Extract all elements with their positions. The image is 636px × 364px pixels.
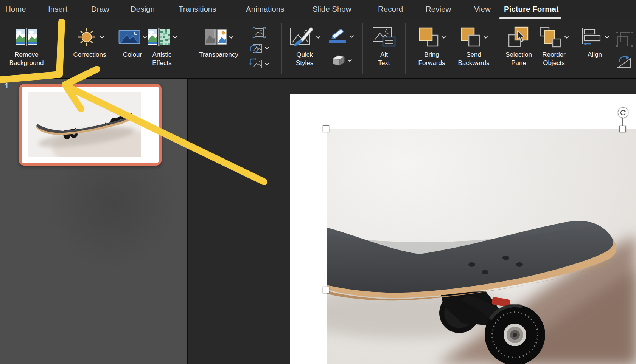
flip-picture-icon <box>249 58 263 70</box>
transparency-button[interactable]: Transparency <box>188 23 249 76</box>
menu-picture-format[interactable]: Picture Format <box>504 5 559 14</box>
quick-styles-label: Quick Styles <box>296 51 313 67</box>
chevron-down-icon[interactable] <box>229 36 233 39</box>
menu-animations[interactable]: Animations <box>246 5 284 14</box>
chevron-down-icon[interactable] <box>350 35 354 38</box>
menu-bar: Home Insert Draw Design Transitions Anim… <box>0 0 636 20</box>
selection-cursor-icon <box>508 23 530 51</box>
send-backwards-button[interactable]: Send Backwards <box>450 23 497 76</box>
rotate-objects-icon <box>616 54 633 69</box>
slide-canvas <box>188 79 636 364</box>
menu-draw[interactable]: Draw <box>91 5 109 14</box>
picture-selection-border-top <box>327 129 636 129</box>
bring-forwards-icon <box>418 26 439 48</box>
chevron-down-icon[interactable] <box>442 36 446 39</box>
picture-selection-border-left <box>327 129 327 364</box>
skateboard-picture[interactable] <box>327 129 636 364</box>
rotate-objects-button[interactable] <box>613 54 636 69</box>
artistic-effects-button[interactable]: Artistic Effects <box>142 23 182 76</box>
group-objects-button[interactable] <box>613 32 636 47</box>
send-backwards-label: Send Backwards <box>458 51 489 67</box>
bring-forwards-label: Bring Forwards <box>418 51 445 67</box>
alt-text-label: Alt Text <box>378 51 390 67</box>
flip-picture-button[interactable] <box>244 56 274 71</box>
menu-review[interactable]: Review <box>426 5 451 14</box>
transparency-label: Transparency <box>199 51 238 59</box>
alt-text-button[interactable]: Alt Text <box>366 23 402 76</box>
thumbnail-skateboard-photo <box>28 92 141 157</box>
reorder-objects-label: Reorder Objects <box>542 51 565 67</box>
slide-1-thumbnail[interactable] <box>19 84 162 166</box>
slide-thumbnail-pane: 1 <box>0 79 187 364</box>
quick-styles-button[interactable]: Quick Styles <box>285 23 325 76</box>
ribbon-picture-format: Remove Background <box>0 20 636 78</box>
resize-handle-top-center[interactable] <box>619 126 626 132</box>
menu-view[interactable]: View <box>474 5 491 14</box>
resize-picture-button[interactable] <box>244 25 274 40</box>
menu-slide-show[interactable]: Slide Show <box>313 5 351 14</box>
menu-record[interactable]: Record <box>378 5 403 14</box>
powerpoint-window: Home Insert Draw Design Transitions Anim… <box>0 0 636 364</box>
transparency-icon <box>204 28 227 46</box>
align-button[interactable]: Align <box>574 23 615 76</box>
reset-picture-icon <box>249 42 263 54</box>
alt-text-icon <box>372 23 396 51</box>
chevron-down-icon[interactable] <box>265 47 269 50</box>
bring-forwards-button[interactable]: Bring Forwards <box>411 23 453 76</box>
sun-icon <box>76 27 98 47</box>
ribbon-divider <box>405 23 406 74</box>
picture-brush-icon <box>289 26 314 48</box>
active-tab-underline <box>499 17 561 19</box>
chevron-down-icon[interactable] <box>348 59 352 62</box>
artistic-effects-icon <box>147 28 171 46</box>
bevel-3d-icon <box>330 54 346 67</box>
menu-insert[interactable]: Insert <box>48 5 67 14</box>
chevron-down-icon[interactable] <box>605 36 609 39</box>
ribbon-divider <box>362 23 363 74</box>
chevron-down-icon[interactable] <box>265 63 269 65</box>
picture-colour-icon <box>118 28 140 46</box>
resize-picture-icon <box>252 26 266 39</box>
chevron-down-icon[interactable] <box>316 36 320 39</box>
colour-label: Colour <box>123 51 142 59</box>
reset-picture-button[interactable] <box>244 40 274 56</box>
remove-background-label: Remove Background <box>9 51 44 67</box>
resize-handle-top-left[interactable] <box>323 125 329 132</box>
picture-border-button[interactable] <box>325 29 357 44</box>
menu-home[interactable]: Home <box>5 5 26 14</box>
resize-handle-left-middle[interactable] <box>323 287 329 293</box>
reorder-objects-icon <box>540 26 562 48</box>
chevron-down-icon[interactable] <box>564 36 569 39</box>
corrections-button[interactable]: Corrections <box>64 23 115 76</box>
remove-background-icon <box>15 23 38 51</box>
slide-number: 1 <box>5 81 9 90</box>
slide[interactable] <box>290 94 636 364</box>
align-label: Align <box>588 51 602 59</box>
align-left-icon <box>581 28 603 46</box>
rotate-handle[interactable] <box>618 107 628 118</box>
send-backwards-icon <box>460 26 481 48</box>
ribbon-divider <box>281 23 282 74</box>
picture-effects-button[interactable] <box>325 53 357 68</box>
menu-transitions[interactable]: Transitions <box>179 5 216 14</box>
artistic-effects-label: Artistic Effects <box>152 51 172 67</box>
selection-pane-label: Selection Pane <box>505 51 532 67</box>
rotate-icon <box>620 109 627 116</box>
menu-design[interactable]: Design <box>131 5 155 14</box>
corrections-label: Corrections <box>73 51 106 59</box>
chevron-down-icon[interactable] <box>484 36 488 39</box>
chevron-down-icon[interactable] <box>100 36 104 39</box>
remove-background-button[interactable]: Remove Background <box>2 23 51 76</box>
reorder-objects-button[interactable]: Reorder Objects <box>532 23 576 76</box>
rotate-handle-stem <box>622 118 623 126</box>
pen-border-icon <box>328 28 348 44</box>
group-objects-icon <box>616 32 634 47</box>
chevron-down-icon[interactable] <box>173 36 177 39</box>
